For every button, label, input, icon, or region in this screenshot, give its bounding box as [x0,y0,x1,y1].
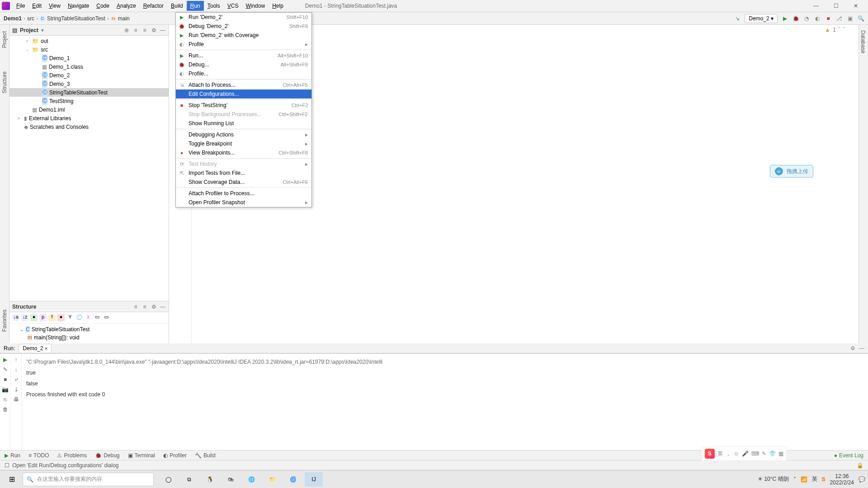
breadcrumb-project[interactable]: Demo1 [4,15,22,22]
settings-gear-icon[interactable]: ⚙ [151,27,157,33]
app-intellij-icon[interactable]: IJ [305,472,323,487]
tree-node[interactable]: ⒸStringTableSituationTest [9,88,169,97]
tray-notifications-icon[interactable]: 💬 [859,476,865,483]
menu-item[interactable]: Toggle Breakpoint▸ [176,139,311,148]
scroll-to-end-button[interactable]: ⤓ [14,386,19,393]
menu-build[interactable]: Build [167,1,187,11]
ime-button[interactable]: 👕 [769,450,776,457]
bottom-tab-build[interactable]: 🔨 Build [195,452,216,459]
menu-view[interactable]: View [45,1,64,11]
search-everywhere-button[interactable]: 🔍 [857,15,864,22]
build-hammer-icon[interactable]: ↘ [734,15,741,22]
menu-code[interactable]: Code [93,1,113,11]
ime-button[interactable]: ▦ [778,450,783,457]
tool-windows-button[interactable]: ☐ [5,462,9,469]
menu-item[interactable]: 🐞Debug 'Demo_2'Shift+F9 [176,22,311,31]
git-button[interactable]: ⎇ [835,15,843,22]
profile-button[interactable]: ◐ [814,15,821,22]
run-console-output[interactable]: "C:\Program Files\Java\jdk1.8.0_144\bin\… [22,354,868,450]
bottom-tab-problems[interactable]: ⚠ Problems [57,452,87,459]
tree-node[interactable]: ⒸTestString [9,97,169,105]
menu-file[interactable]: File [13,1,28,11]
attach-debugger-button[interactable]: ✎ [3,366,8,373]
tray-network-icon[interactable]: 📶 [801,476,807,483]
bottom-tab-terminal[interactable]: ▣ Terminal [128,452,155,459]
menu-item[interactable]: ●View Breakpoints...Ctrl+Shift+F8 [176,148,311,157]
menu-item[interactable]: ▶Run...Alt+Shift+F10 [176,51,311,60]
task-view-icon[interactable]: ⧉ [180,472,198,487]
menu-item[interactable]: Edit Configurations... [176,89,311,99]
down-button[interactable]: ↓ [15,366,18,373]
app-explorer-icon[interactable]: 📁 [263,472,281,487]
dump-threads-button[interactable]: 📷 [2,386,9,393]
menu-item[interactable]: Open Profiler Snapshot▸ [176,198,311,207]
tree-node[interactable]: ⒸDemo_3 [9,80,169,88]
tree-node[interactable]: ⒸDemo_1 [9,54,169,62]
tray-ime-icon[interactable]: 英 [812,475,817,483]
ime-button[interactable]: 🎤 [742,450,749,457]
side-tab-structure[interactable]: Structure [0,69,9,96]
minimize-button[interactable]: — [809,3,823,9]
weather-widget[interactable]: ☀ 10°C 晴朗 [758,475,789,483]
print-button[interactable]: 🖶 [14,396,19,403]
menu-tools[interactable]: Tools [204,1,224,11]
menu-item[interactable]: Show Coverage Data...Ctrl+Alt+F6 [176,178,311,187]
side-tab-favorites[interactable]: Favorites [0,307,9,334]
collapse-all-icon[interactable]: ≡ [142,27,148,33]
bottom-tab-debug[interactable]: 🐞 Debug [95,452,119,459]
tree-node[interactable]: ⒸDemo_2 [9,71,169,80]
menu-item[interactable]: ■Stop 'TestString'Ctrl+F2 [176,101,311,110]
start-button[interactable]: ⊞ [3,472,21,487]
tree-node[interactable]: ▦Demo1.iml [9,105,169,114]
menu-navigate[interactable]: Navigate [64,1,93,11]
tray-chevron-icon[interactable]: ˄ [793,476,796,483]
structure-class-node[interactable]: ⌄C StringTableSituationTest [12,325,166,333]
menu-item[interactable]: ▶Run 'Demo_2'Shift+F10 [176,13,311,22]
run-config-tab[interactable]: Demo_2 × [19,344,52,352]
app-chrome-icon[interactable]: 🌐 [242,472,260,487]
maximize-button[interactable]: ☐ [829,3,843,9]
delete-button[interactable]: 🗑 [3,406,8,413]
menu-item[interactable]: 🐞Debug...Alt+Shift+F9 [176,60,311,69]
upload-float-badge[interactable]: ∞ 拖拽上传 [770,165,813,178]
breadcrumb-class[interactable]: StringTableSituationTest [47,15,105,22]
structure-method-node[interactable]: m main(String[]): void [12,333,166,342]
tree-node[interactable]: ⌄📁src [9,45,169,54]
ime-toolbar[interactable]: S英，☺🎤⌨✎👕▦ [702,446,787,461]
lock-icon[interactable]: 🔒 [857,462,863,469]
menu-edit[interactable]: Edit [28,1,45,11]
tray-sogou-icon[interactable]: S [822,476,826,483]
coverage-button[interactable]: ◔ [803,15,810,22]
cortana-icon[interactable]: ◯ [159,472,177,487]
menu-item[interactable]: ▶Run 'Demo_2' with Coverage [176,31,311,40]
settings-gear-icon[interactable]: ⚙ [151,304,157,310]
ide-settings-button[interactable]: ▣ [846,15,854,22]
breadcrumb-folder[interactable]: src [27,15,34,22]
menu-item[interactable]: ⇲Attach to Process...Ctrl+Alt+F5 [176,80,311,89]
ime-button[interactable]: 英 [717,450,723,458]
menu-item[interactable]: ◐Profile▸ [176,40,311,49]
menu-run[interactable]: Run [187,1,204,11]
menu-item[interactable]: ⇱Import Tests from File... [176,169,311,178]
stop-button[interactable]: ■ [825,15,832,22]
stop-button[interactable]: ■ [4,376,7,383]
hide-panel-icon[interactable]: — [160,304,166,310]
side-tab-database[interactable]: Database [859,28,867,56]
hide-panel-icon[interactable]: — [160,27,166,33]
run-config-selector[interactable]: Demo_2 ▾ [745,14,778,23]
close-button[interactable]: ✕ [849,3,863,9]
menu-item[interactable]: Debugging Actions▸ [176,130,311,139]
ime-button[interactable]: ✎ [762,450,766,457]
menu-item[interactable]: Attach Profiler to Process... [176,189,311,198]
side-tab-project[interactable]: Project [0,28,9,51]
soft-wrap-button[interactable]: ⤶ [14,376,19,383]
hide-panel-icon[interactable]: — [859,345,864,352]
dropdown-icon[interactable]: ▾ [41,27,44,33]
ime-button[interactable]: ⌨ [751,450,759,457]
settings-gear-icon[interactable]: ⚙ [850,345,855,352]
menu-refactor[interactable]: Refactor [140,1,167,11]
menu-help[interactable]: Help [269,1,287,11]
menu-window[interactable]: Window [242,1,269,11]
project-tree[interactable]: >📁out⌄📁srcⒸDemo_1▦Demo_1.classⒸDemo_2ⒸDe… [9,36,169,301]
bottom-tab-run[interactable]: ▶Run [5,452,20,459]
